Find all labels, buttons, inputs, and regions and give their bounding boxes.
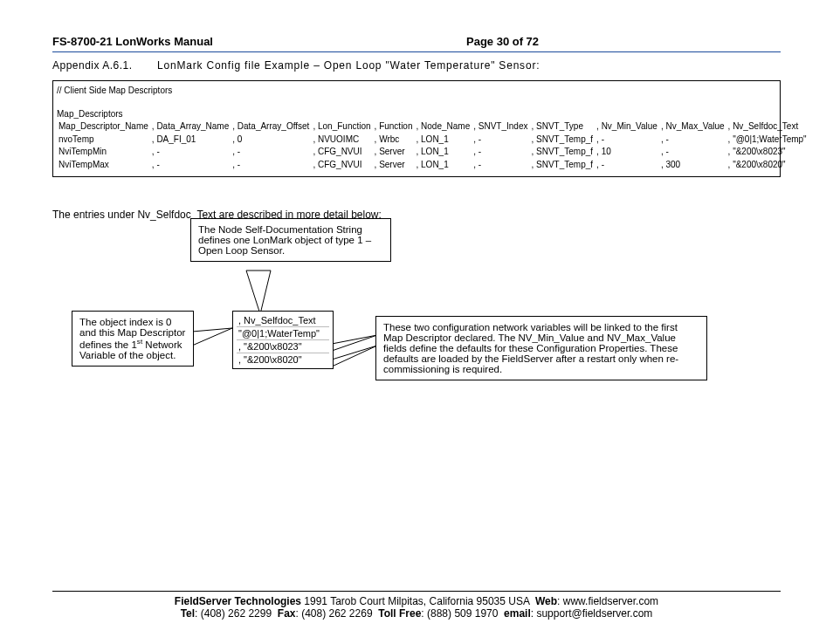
table-row: NviTempMax, -, -, CFG_NVUI, Server, LON_…: [57, 159, 809, 172]
col-header: , Node_Name: [415, 120, 472, 134]
col-header: , Nv_Max_Value: [659, 120, 726, 134]
section-heading: Appendix A.6.1. LonMark Config file Exam…: [52, 59, 781, 72]
code-line: , Nv_Selfdoc_Text: [237, 314, 329, 327]
appendix-number: Appendix A.6.1.: [52, 59, 157, 72]
config-file-box: // Client Side Map Descriptors Map_Descr…: [52, 80, 781, 177]
col-header: , Nv_Min_Value: [595, 120, 659, 134]
callout-right-text: These two configuration network variable…: [383, 322, 678, 374]
col-header: , SNVT_Type: [529, 120, 595, 134]
page: FS-8700-21 LonWorks Manual Page 30 of 72…: [0, 0, 833, 644]
manual-title: FS-8700-21 LonWorks Manual: [52, 35, 213, 48]
table-row: NviTempMin, -, -, CFG_NVUI, Server, LON_…: [57, 146, 809, 159]
col-header: , Nv_Selfdoc_Text: [726, 120, 809, 134]
table-label: Map_Descriptors: [57, 108, 776, 121]
page-header: FS-8700-21 LonWorks Manual Page 30 of 72: [52, 35, 781, 48]
footer-line-2: Tel: (408) 262 2299 Fax: (408) 262 2269 …: [52, 607, 781, 620]
diagram-area: The Node Self-Documentation String defin…: [52, 209, 781, 410]
table-header-row: Map_Descriptor_Name , Data_Array_Name , …: [57, 120, 809, 134]
col-header: , Lon_Function: [311, 120, 372, 134]
config-comment: // Client Side Map Descriptors: [57, 85, 776, 98]
page-footer: FieldServer Technologies 1991 Tarob Cour…: [52, 586, 781, 620]
col-header: , Function: [373, 120, 415, 134]
col-header: , Data_Array_Name: [150, 120, 231, 134]
appendix-title: LonMark Config file Example – Open Loop …: [157, 59, 781, 72]
header-rule: [52, 51, 781, 52]
map-descriptors-table: Map_Descriptor_Name , Data_Array_Name , …: [57, 120, 809, 171]
code-line: "@0|1;WaterTemp": [237, 327, 329, 340]
callout-right: These two configuration network variable…: [375, 316, 707, 380]
callout-left: The object index is 0 and this Map Descr…: [72, 311, 194, 367]
svg-marker-1: [192, 328, 232, 346]
code-line: , "&200\x8023": [237, 340, 329, 353]
page-number: Page 30 of 72: [466, 35, 539, 48]
callout-top-text: The Node Self-Documentation String defin…: [198, 224, 371, 256]
callout-left-text: The object index is 0 and this Map Descr…: [79, 317, 185, 360]
col-header: , Data_Array_Offset: [231, 120, 311, 134]
footer-rule: [52, 591, 781, 592]
callout-top: The Node Self-Documentation String defin…: [190, 218, 391, 262]
selfdoc-code-box: , Nv_Selfdoc_Text "@0|1;WaterTemp" , "&2…: [232, 311, 334, 369]
col-header: Map_Descriptor_Name: [57, 120, 150, 134]
svg-marker-0: [246, 271, 271, 314]
footer-line-1: FieldServer Technologies 1991 Tarob Cour…: [52, 595, 781, 607]
table-row: nvoTemp, DA_FI_01, 0, NVUOIMC, Wrbc, LON…: [57, 134, 809, 147]
col-header: , SNVT_Index: [472, 120, 529, 134]
code-line: , "&200\x8020": [237, 353, 329, 366]
